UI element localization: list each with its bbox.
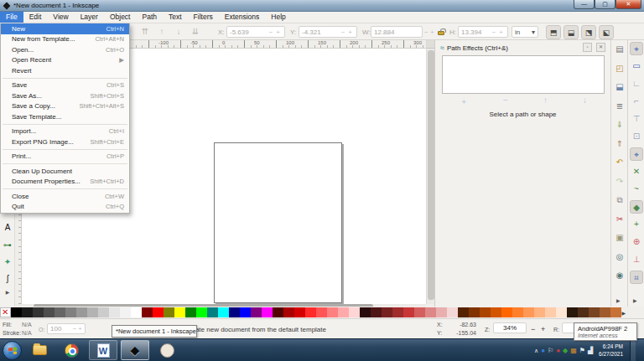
tray-colored-icon[interactable]: ▦ <box>570 347 577 355</box>
palette-swatch-ff7f2a[interactable] <box>512 307 523 317</box>
palette-swatch-de8787[interactable] <box>425 307 436 317</box>
palette-swatch-f2f2f2[interactable] <box>120 307 131 317</box>
palette-swatch-aa0000[interactable] <box>283 307 294 317</box>
vertical-scrollbar[interactable] <box>426 40 434 304</box>
snap-path-intersections-icon[interactable]: ✕ <box>630 165 643 178</box>
file-menu-item-new-from-template[interactable]: New from Template...Ctrl+Alt+N <box>1 34 129 45</box>
effects-list[interactable] <box>442 55 605 94</box>
raise-icon[interactable]: ↑ <box>155 25 169 39</box>
explorer-taskbar-icon[interactable] <box>25 340 54 360</box>
menubar-item-path[interactable]: Path <box>136 12 163 23</box>
vertical-scrollbar-thumb[interactable] <box>428 50 434 300</box>
palette-swatch-000080[interactable] <box>229 307 240 317</box>
palette-swatch-999999[interactable] <box>76 307 87 317</box>
menubar-item-text[interactable]: Text <box>163 12 188 23</box>
palette-swatch-c83737[interactable] <box>403 307 414 317</box>
export-icon[interactable]: ⇑ <box>613 137 626 151</box>
palette-swatch-a05a2c[interactable] <box>600 307 610 317</box>
snap-rotation-centers-icon[interactable]: ⊕ <box>630 235 643 249</box>
fill-value[interactable]: N/A <box>22 322 32 327</box>
snap-nodes-icon[interactable]: ⌖ <box>630 147 643 161</box>
palette-swatch-c87137[interactable] <box>610 307 621 317</box>
commands-overflow-arrow[interactable]: ▶ <box>616 297 621 303</box>
palette-swatch-ff5555[interactable] <box>316 307 327 317</box>
move-gradients-toggle[interactable]: ⬔ <box>581 25 596 39</box>
x-input[interactable]: -5.639 − + <box>226 26 285 38</box>
palette-swatch-ffccaa[interactable] <box>545 307 556 317</box>
show-desktop-button[interactable] <box>630 339 636 361</box>
palette-swatch-none[interactable] <box>0 307 11 317</box>
palette-swatch-b3b3b3[interactable] <box>87 307 98 317</box>
zoom-decrease-button[interactable]: − <box>531 325 535 333</box>
lower-icon[interactable]: ↓ <box>172 25 185 39</box>
undo-icon[interactable]: ↶ <box>613 156 626 169</box>
snap-object-centers-icon[interactable]: + <box>630 218 643 231</box>
snap-overflow-arrow[interactable]: ▶ <box>633 297 637 303</box>
y-decrement[interactable]: − <box>340 28 347 36</box>
palette-swatch-333333[interactable] <box>33 307 44 317</box>
import-icon[interactable]: ⇓ <box>613 118 626 132</box>
action-center-icon[interactable]: ⚑ <box>579 347 585 355</box>
y-input[interactable]: -4.321 − + <box>299 26 357 38</box>
palette-swatch-a02c2c[interactable] <box>392 307 403 317</box>
snap-midpoints-icon[interactable]: ◆ <box>630 200 643 214</box>
palette-swatch-28170b[interactable] <box>567 307 578 317</box>
palette-swatch-008080[interactable] <box>207 307 218 317</box>
palette-swatch-800080[interactable] <box>251 307 262 317</box>
close-button[interactable]: ✕ <box>615 0 641 9</box>
h-decrement[interactable]: − <box>491 28 498 36</box>
file-menu-item-revert[interactable]: Revert <box>1 65 129 76</box>
palette-swatch-d35f5f[interactable] <box>414 307 425 317</box>
menubar-item-help[interactable]: Help <box>265 12 291 23</box>
paste-icon[interactable]: ▣ <box>613 231 626 245</box>
file-menu-item-import[interactable]: Import...Ctrl+I <box>1 126 129 137</box>
move-effect-down-button[interactable]: ↓ <box>583 95 587 107</box>
zoom-page-icon[interactable]: ◉ <box>613 269 626 282</box>
snap-smooth-nodes-icon[interactable]: ~ <box>630 183 643 196</box>
menubar-item-edit[interactable]: Edit <box>23 12 48 23</box>
palette-swatch-00ffff[interactable] <box>218 307 229 317</box>
cut-icon[interactable]: ✂ <box>613 213 626 226</box>
snap-bbox-edge-midpoints-icon[interactable]: ⊤ <box>630 112 643 126</box>
palette-swatch-280b0b[interactable] <box>360 307 371 317</box>
h-input[interactable]: 13.394 − + <box>458 26 508 38</box>
palette-overflow-arrow[interactable]: ▶ <box>621 310 626 316</box>
start-button[interactable] <box>3 341 22 360</box>
inkscape-taskbar-icon[interactable]: ◆ <box>121 340 149 360</box>
units-dropdown[interactable]: in ▾ <box>512 26 538 38</box>
palette-swatch-ff0000[interactable] <box>153 307 164 317</box>
new-document-icon[interactable]: ▤ <box>613 43 626 56</box>
file-menu-item-print[interactable]: Print...Ctrl+P <box>1 152 129 162</box>
palette-swatch-ff6600[interactable] <box>501 307 512 317</box>
file-menu-item-new[interactable]: NewCtrl+N <box>1 23 129 34</box>
palette-swatch-0000ff[interactable] <box>240 307 251 317</box>
palette-swatch-ffffff[interactable] <box>131 307 142 317</box>
move-patterns-toggle[interactable]: ⬕ <box>599 25 614 39</box>
palette-swatch-ffd5d5[interactable] <box>349 307 360 317</box>
palette-swatch-ffaaaa[interactable] <box>338 307 349 317</box>
tray-audio-icon[interactable]: ● <box>556 347 560 355</box>
palette-swatch-ff2a2a[interactable] <box>305 307 316 317</box>
chrome-taskbar-icon[interactable] <box>57 340 86 360</box>
palette-swatch-e9afaf[interactable] <box>436 307 447 317</box>
tray-shield-icon[interactable]: ◆ <box>563 347 568 355</box>
snap-bbox-edges-icon[interactable]: ∟ <box>630 77 643 90</box>
palette-swatch-ffff00[interactable] <box>174 307 185 317</box>
file-menu-item-save-a-copy[interactable]: Save a Copy...Shift+Ctrl+Alt+S <box>1 101 129 112</box>
taskbar-clock[interactable]: 6:24 PM 6/27/2021 <box>599 343 623 358</box>
stroke-value[interactable]: N/A <box>22 330 32 336</box>
wh-spinners[interactable]: − + <box>424 28 434 36</box>
menubar-item-layer[interactable]: Layer <box>75 12 104 23</box>
palette-swatch-ff8080[interactable] <box>327 307 338 317</box>
snap-bbox-centers-icon[interactable]: ⊡ <box>630 130 643 143</box>
menubar-item-file[interactable]: File <box>0 12 23 23</box>
raise-to-top-icon[interactable]: ⇈ <box>138 25 152 39</box>
palette-swatch-501616[interactable] <box>371 307 382 317</box>
palette-swatch-552200[interactable] <box>458 307 469 317</box>
network-icon[interactable]: ▟ <box>588 347 593 355</box>
menubar-item-filters[interactable]: Filters <box>188 12 219 23</box>
redo-icon[interactable]: ↷ <box>613 175 626 188</box>
file-menu-item-close[interactable]: CloseCtrl+W <box>1 191 129 202</box>
palette-swatch-ffe6d5[interactable] <box>556 307 567 317</box>
palette-swatch-1a1a1a[interactable] <box>22 307 33 317</box>
